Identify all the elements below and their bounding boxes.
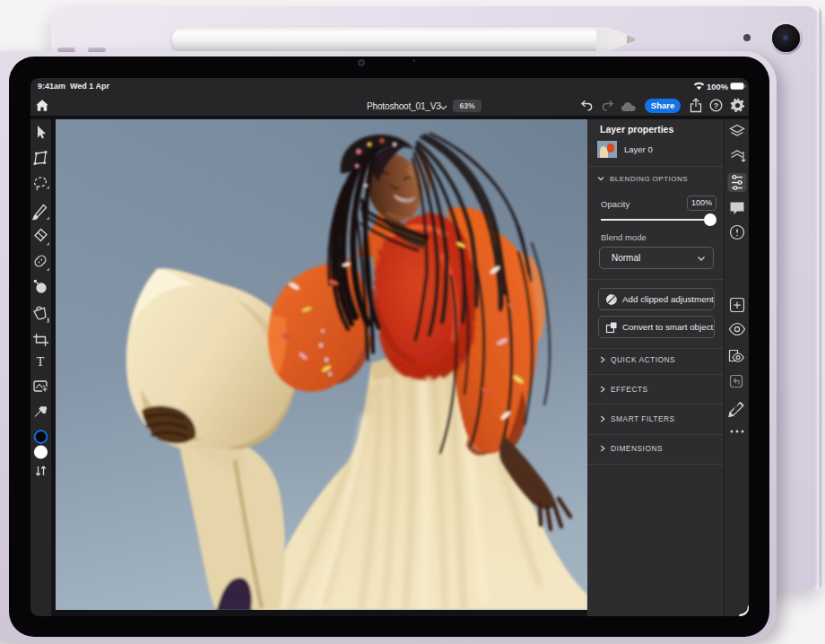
svg-text:T: T (37, 355, 45, 369)
svg-text:?: ? (714, 101, 719, 110)
svg-text:100%: 100% (707, 82, 729, 91)
